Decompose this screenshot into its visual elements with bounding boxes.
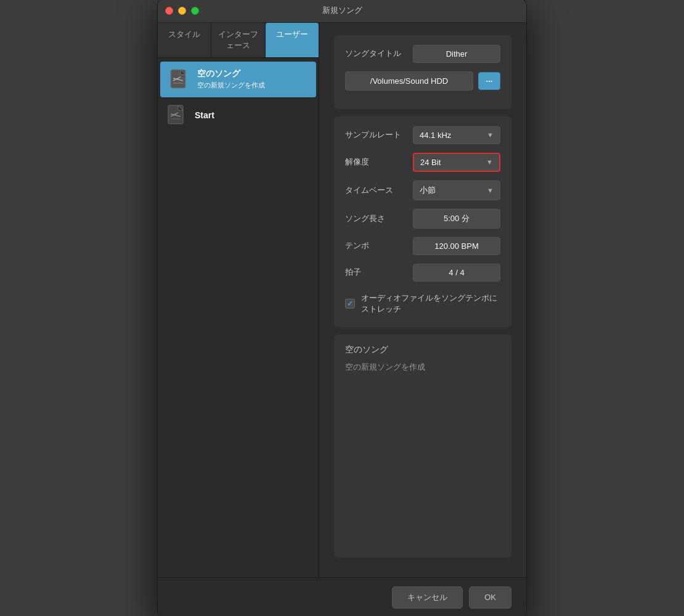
song-length-label: ソング長さ: [345, 213, 413, 224]
time-sig-row: 拍子 4 / 4: [345, 264, 500, 282]
empty-song-subtitle: 空の新規ソングを作成: [197, 81, 265, 90]
desc-text: 空の新規ソングを作成: [345, 362, 500, 373]
sample-rate-arrow: ▼: [487, 131, 494, 139]
sample-rate-row: サンプルレート 44.1 kHz ▼: [345, 126, 500, 144]
checkmark-icon: ✓: [347, 299, 353, 308]
minimize-button[interactable]: [178, 7, 186, 15]
song-length-input[interactable]: 5:00 分: [413, 209, 500, 229]
timebase-dropdown[interactable]: 小節 ▼: [413, 180, 500, 200]
tab-user[interactable]: ユーザー: [266, 23, 319, 57]
titlebar: 新規ソング: [158, 0, 526, 23]
window-title: 新規ソング: [322, 5, 362, 16]
song-title-label: ソングタイトル: [345, 48, 413, 59]
tab-bar: スタイル インターフェース ユーザー: [158, 23, 319, 58]
description-block: 空のソング 空の新規ソングを作成: [334, 334, 511, 557]
time-sig-label: 拍子: [345, 267, 413, 278]
timebase-label: タイムベース: [345, 185, 413, 196]
empty-song-text: 空のソング 空の新規ソングを作成: [197, 68, 265, 90]
close-button[interactable]: [165, 7, 173, 15]
list-item-start[interactable]: Start: [158, 97, 319, 133]
resolution-label: 解像度: [345, 156, 413, 168]
maximize-button[interactable]: [191, 7, 199, 15]
bottom-bar: キャンセル OK: [158, 577, 526, 617]
time-sig-input[interactable]: 4 / 4: [413, 264, 500, 282]
tempo-input[interactable]: 120.00 BPM: [413, 237, 500, 255]
path-field[interactable]: /Volumes/Sound HDD: [345, 71, 473, 91]
tab-interface[interactable]: インターフェース: [211, 23, 265, 57]
sample-rate-dropdown[interactable]: 44.1 kHz ▼: [413, 126, 500, 144]
stretch-row: ✓ オーディオファイルをソングテンポにストレッチ: [345, 290, 500, 317]
empty-song-title: 空のソング: [197, 68, 265, 79]
resolution-arrow: ▼: [486, 158, 493, 166]
main-window: 新規ソング スタイル インターフェース ユーザー: [157, 0, 527, 616]
stretch-label: オーディオファイルをソングテンポにストレッチ: [361, 293, 500, 315]
path-row: /Volumes/Sound HDD ···: [345, 71, 500, 91]
ok-button[interactable]: OK: [469, 586, 511, 609]
window-controls: [165, 7, 199, 15]
cancel-button[interactable]: キャンセル: [392, 586, 463, 609]
timebase-row: タイムベース 小節 ▼: [345, 180, 500, 200]
settings-block: サンプルレート 44.1 kHz ▼ 解像度 24 Bit ▼: [334, 116, 511, 327]
template-list: 空のソング 空の新規ソングを作成: [158, 58, 319, 577]
resolution-dropdown[interactable]: 24 Bit ▼: [413, 153, 500, 172]
main-content: スタイル インターフェース ユーザー: [158, 23, 526, 577]
resolution-row: 解像度 24 Bit ▼: [345, 153, 500, 172]
song-length-row: ソング長さ 5:00 分: [345, 209, 500, 229]
desc-title: 空のソング: [345, 344, 500, 355]
left-panel: スタイル インターフェース ユーザー: [158, 23, 319, 577]
tab-style[interactable]: スタイル: [158, 23, 211, 57]
start-title: Start: [195, 110, 214, 120]
song-title-row: ソングタイトル Dither: [345, 45, 500, 63]
list-item-empty-song[interactable]: 空のソング 空の新規ソングを作成: [160, 62, 316, 97]
empty-song-icon: [168, 68, 191, 91]
timebase-arrow: ▼: [487, 187, 494, 194]
start-icon: [165, 103, 189, 127]
stretch-checkbox[interactable]: ✓: [345, 299, 355, 309]
right-panel: ソングタイトル Dither /Volumes/Sound HDD ···: [319, 23, 526, 577]
browse-button[interactable]: ···: [478, 72, 500, 90]
song-info-block: ソングタイトル Dither /Volumes/Sound HDD ···: [334, 35, 511, 109]
sample-rate-label: サンプルレート: [345, 129, 413, 140]
tempo-row: テンポ 120.00 BPM: [345, 237, 500, 255]
start-text: Start: [195, 110, 214, 120]
song-title-input[interactable]: Dither: [413, 45, 500, 63]
tempo-label: テンポ: [345, 240, 413, 251]
